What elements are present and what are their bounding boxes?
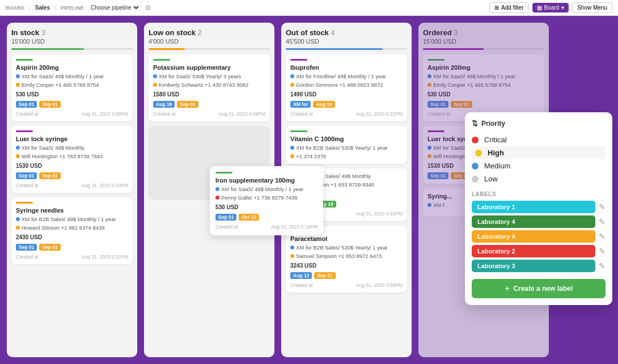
dot-icon	[290, 83, 294, 87]
high-dot-icon	[475, 150, 482, 156]
dot-icon	[427, 154, 431, 158]
board-button[interactable]: ▦ Board ▾	[532, 3, 569, 12]
column-progress-bar	[286, 48, 407, 50]
label-laboratory-4b[interactable]: Laboratory 4 ✎	[472, 230, 606, 243]
card-color-bar	[16, 202, 33, 204]
topbar: BOARD | Sales | PIPELINE Choose pipeline…	[0, 0, 618, 16]
card-color-bar	[16, 130, 33, 132]
dot-icon	[290, 254, 294, 258]
card-tags: Sep 01 Sep 01	[16, 172, 128, 179]
card-tags: Aug 19 Sep 01	[153, 101, 265, 108]
card-color-bar	[427, 130, 445, 132]
dot-icon	[16, 83, 20, 87]
edit-label-icon[interactable]: ✎	[599, 217, 606, 226]
dot-icon	[16, 146, 20, 150]
card-vitamin-c[interactable]: Vitamin C 1000mg XM for B2B Sales/ 530$ …	[286, 126, 407, 164]
dot-icon	[16, 217, 20, 221]
card-potassium[interactable]: Potassium supplementary XM for SaaS/ 530…	[149, 54, 270, 121]
board: In stock 3 15'000 USD Aspirin 200mg XM f…	[0, 16, 618, 364]
filter-icon: ⊞	[494, 5, 499, 11]
dot-icon	[427, 203, 431, 207]
column-header-out-of-stock: Out of stock 4 45'500 USD	[286, 28, 407, 50]
card-tags: Sep 01 Sep 01	[427, 101, 540, 108]
priority-icon: ⇅	[472, 119, 478, 128]
column-progress-bar	[149, 48, 270, 50]
edit-label-icon[interactable]: ✎	[599, 247, 606, 256]
dot-icon	[16, 74, 20, 78]
medium-dot-icon	[472, 163, 479, 170]
add-filter-button[interactable]: ⊞ Add filter	[489, 2, 528, 13]
dot-icon	[290, 146, 294, 150]
priority-item-high[interactable]: High	[472, 146, 606, 159]
column-in-stock: In stock 3 15'000 USD Aspirin 200mg XM f…	[7, 23, 137, 357]
pipeline-dropdown[interactable]: Choose pipeline	[88, 4, 141, 11]
column-progress-bar	[423, 48, 544, 50]
card-color-bar	[215, 172, 232, 173]
dot-icon	[427, 74, 431, 78]
edit-label-icon[interactable]: ✎	[599, 202, 606, 211]
card-aspirin-ordered[interactable]: Aspirin 200mg XM for SaaS/ 49$ Monthly /…	[423, 54, 544, 121]
pipeline-divider: |	[54, 5, 56, 11]
card-luer-1[interactable]: Luer lock syringe XM for SaaS/ 49$ Month…	[11, 126, 133, 193]
label-laboratory-1[interactable]: Laboratory 1 ✎	[472, 201, 606, 213]
card-syringe-1[interactable]: Syringe needles XM for B2B Sales/ 49$ Mo…	[11, 197, 133, 264]
label-laboratory-4a[interactable]: Laboratory 4 ✎	[472, 215, 606, 228]
pipeline-label: PIPELINE	[61, 5, 84, 11]
dot-icon	[153, 74, 157, 78]
label-laboratory-2[interactable]: Laboratory 2 ✎	[472, 245, 606, 257]
priority-item-critical[interactable]: Critical	[472, 133, 606, 146]
card-tags: Sep 01 Oct 22	[215, 214, 318, 221]
topbar-divider: |	[29, 5, 31, 11]
iron-card-floating[interactable]: Iron supplementary 100mg XM for SaaS/ 49…	[210, 166, 323, 235]
column-header-low-on-stock: Low on stock 2 4'000 USD	[149, 28, 270, 50]
dot-icon	[16, 226, 20, 230]
edit-label-icon[interactable]: ✎	[599, 232, 606, 241]
labels-section-header: LABELS	[472, 191, 606, 197]
critical-dot-icon	[472, 137, 479, 143]
dot-icon	[215, 187, 219, 191]
column-progress-bar	[11, 48, 133, 50]
board-label: BOARD	[6, 5, 24, 11]
dot-icon	[16, 154, 20, 158]
card-color-bar	[16, 59, 33, 61]
label-laboratory-3[interactable]: Laboratory 3 ✎	[472, 260, 606, 272]
topbar-right: ⊞ Add filter ▦ Board ▾ Show Menu	[489, 2, 612, 13]
card-tags: Sep 01 Sep 01	[16, 244, 128, 251]
dot-icon	[153, 83, 157, 87]
card-ibuprofen[interactable]: Ibuprofen XM for Frontline/ 49$ Monthly …	[286, 54, 407, 121]
column-header-ordered: Ordered 3 15'000 USD	[423, 28, 544, 50]
sales-label: Sales	[35, 5, 50, 11]
popup-header: ⇅ Priority	[472, 119, 606, 128]
dot-icon	[290, 154, 294, 158]
edit-label-icon[interactable]: ✎	[599, 261, 606, 270]
priority-labels-popup: ⇅ Priority Critical High Medium Low LABE…	[465, 112, 612, 305]
dot-icon	[215, 196, 219, 200]
card-paracetamol[interactable]: Paracetamol XM for B2B Sales/ 530$ Yearl…	[286, 226, 407, 293]
card-color-bar	[427, 59, 445, 61]
settings-icon[interactable]: ⚙	[145, 4, 151, 12]
plus-icon: +	[505, 283, 510, 294]
card-aspirin-1[interactable]: Aspirin 200mg XM for SaaS/ 49$ Monthly /…	[11, 54, 133, 121]
dot-icon	[290, 246, 294, 249]
card-color-bar	[290, 130, 307, 132]
card-color-bar	[153, 59, 170, 61]
card-tags: XM for Aug 19	[290, 101, 403, 108]
dot-icon	[427, 146, 431, 150]
priority-item-medium[interactable]: Medium	[472, 159, 606, 172]
card-tags: Sep 01 Sep 01	[16, 101, 128, 108]
priority-item-low[interactable]: Low	[472, 172, 606, 185]
card-color-bar	[290, 59, 307, 61]
board-icon: ▦	[537, 5, 542, 11]
create-new-label-button[interactable]: + Create a new label	[472, 279, 606, 298]
low-dot-icon	[472, 176, 479, 183]
column-header-in-stock: In stock 3 15'000 USD	[11, 28, 133, 50]
dot-icon	[290, 74, 294, 78]
dot-icon	[427, 83, 431, 87]
show-menu-button[interactable]: Show Menu	[572, 2, 612, 13]
card-tags: Aug 13 Sep 01	[290, 272, 403, 279]
column-title: In stock	[11, 28, 39, 37]
